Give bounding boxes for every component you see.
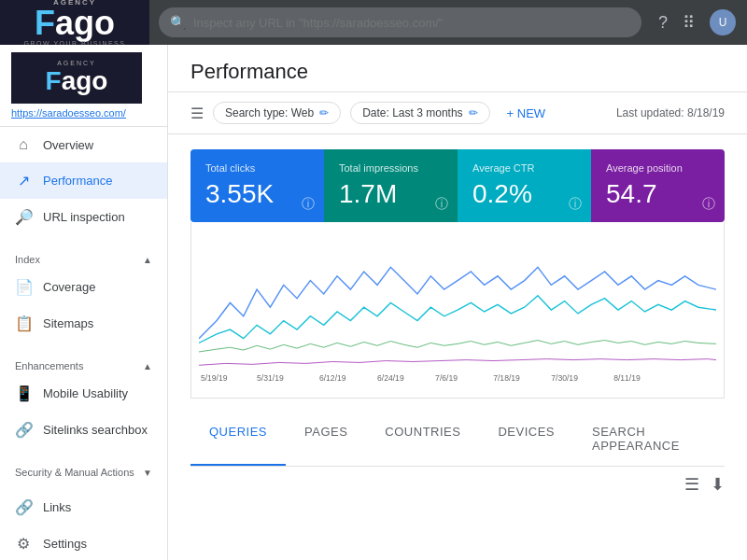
svg-text:6/12/19: 6/12/19 bbox=[319, 374, 346, 384]
svg-text:7/6/19: 7/6/19 bbox=[435, 374, 458, 384]
help-icon[interactable]: ? bbox=[658, 13, 668, 33]
sidebar-logo-area: AGENCY F ago https://saradoesseo.com/ bbox=[0, 45, 167, 127]
sitemaps-icon: 📋 bbox=[15, 315, 32, 332]
search-icon: 🔍 bbox=[170, 15, 186, 30]
date-label: Date: Last 3 months bbox=[362, 106, 462, 119]
tab-countries[interactable]: COUNTRIES bbox=[366, 413, 479, 466]
chevron-icon: ▲ bbox=[143, 255, 152, 265]
sidebar-item-sitemaps[interactable]: 📋 Sitemaps bbox=[0, 305, 167, 342]
svg-text:5/19/19: 5/19/19 bbox=[201, 374, 228, 384]
svg-text:6/24/19: 6/24/19 bbox=[377, 374, 404, 384]
topbar-icons: ? ⠿ U bbox=[658, 9, 736, 35]
sidebar-item-label: URL inspection bbox=[43, 210, 125, 224]
mobile-icon: 📱 bbox=[15, 385, 32, 402]
sidebar-item-label: Sitemaps bbox=[43, 316, 93, 330]
avatar[interactable]: U bbox=[710, 9, 736, 35]
search-type-label: Search type: Web bbox=[225, 106, 314, 119]
sidebar-item-coverage[interactable]: 📄 Coverage bbox=[0, 269, 167, 305]
sidebar-item-url-inspection[interactable]: 🔎 URL inspection bbox=[0, 199, 167, 235]
chevron-icon: ▼ bbox=[143, 468, 152, 478]
chevron-icon: ▲ bbox=[143, 361, 152, 371]
svg-text:7/18/19: 7/18/19 bbox=[493, 374, 520, 384]
metric-card-clicks[interactable]: Total clicks 3.55K ⓘ bbox=[190, 149, 324, 222]
sidebar-item-label: Overview bbox=[43, 138, 93, 152]
logo-rest: ago bbox=[55, 7, 115, 40]
apps-icon[interactable]: ⠿ bbox=[683, 12, 695, 33]
metric-card-impressions[interactable]: Total impressions 1.7M ⓘ bbox=[324, 149, 458, 222]
sidebar-item-overview[interactable]: ⌂ Overview bbox=[0, 127, 167, 162]
performance-chart: 5/19/19 5/31/19 6/12/19 6/24/19 7/6/19 7… bbox=[199, 237, 716, 386]
sidebar-item-label: Links bbox=[43, 500, 71, 514]
metric-card-ctr[interactable]: Average CTR 0.2% ⓘ bbox=[458, 149, 591, 222]
sidebar-item-sitelinks-searchbox[interactable]: 🔗 Sitelinks searchbox bbox=[0, 412, 167, 448]
sidebar-item-performance[interactable]: ↗ Performance bbox=[0, 162, 167, 199]
metric-label: Average position bbox=[606, 162, 710, 174]
metric-label: Total impressions bbox=[339, 162, 443, 174]
sidebar: AGENCY F ago https://saradoesseo.com/ ⌂ … bbox=[0, 45, 168, 560]
search-type-filter[interactable]: Search type: Web ✏ bbox=[213, 102, 341, 124]
new-button[interactable]: + NEW bbox=[500, 103, 554, 124]
logo-area: AGENCY F ago GROW YOUR BUSINESS bbox=[0, 0, 149, 45]
svg-text:5/31/19: 5/31/19 bbox=[257, 374, 284, 384]
searchbox-icon: 🔗 bbox=[15, 421, 32, 439]
info-icon[interactable]: ⓘ bbox=[702, 196, 715, 213]
metric-card-position[interactable]: Average position 54.7 ⓘ bbox=[591, 149, 725, 222]
info-icon[interactable]: ⓘ bbox=[569, 196, 582, 213]
tab-pages[interactable]: PAGES bbox=[286, 413, 366, 466]
logo-f: F bbox=[35, 7, 55, 40]
sidebar-item-label: Settings bbox=[43, 537, 87, 551]
download-icon[interactable]: ⬇ bbox=[711, 474, 725, 495]
performance-icon: ↗ bbox=[15, 172, 32, 189]
security-section-label: Security & Manual Actions ▼ bbox=[0, 455, 167, 482]
sidebar-item-label: Sitelinks searchbox bbox=[43, 423, 148, 437]
svg-text:8/11/19: 8/11/19 bbox=[613, 374, 641, 384]
sidebar-item-mobile-usability[interactable]: 📱 Mobile Usability bbox=[0, 375, 167, 412]
table-toolbar: ☰ ⬇ bbox=[168, 467, 747, 502]
coverage-icon: 📄 bbox=[15, 278, 32, 296]
links-icon: 🔗 bbox=[15, 498, 32, 516]
filter-toolbar-icon[interactable]: ☰ bbox=[684, 474, 699, 495]
sidebar-item-links[interactable]: 🔗 Links bbox=[0, 489, 167, 525]
content-area: Performance ☰ Search type: Web ✏ Date: L… bbox=[168, 45, 747, 560]
metric-label: Average CTR bbox=[472, 162, 576, 174]
search-input[interactable] bbox=[193, 16, 630, 30]
date-filter[interactable]: Date: Last 3 months ✏ bbox=[350, 102, 489, 124]
home-icon: ⌂ bbox=[15, 136, 32, 153]
filter-bar: ☰ Search type: Web ✏ Date: Last 3 months… bbox=[168, 92, 747, 134]
index-section-label: Index ▲ bbox=[0, 243, 167, 269]
inspection-icon: 🔎 bbox=[15, 208, 32, 226]
topbar: AGENCY F ago GROW YOUR BUSINESS 🔍 ? ⠿ U bbox=[0, 0, 747, 45]
metrics-row: Total clicks 3.55K ⓘ Total impressions 1… bbox=[190, 149, 725, 222]
filter-icon[interactable]: ☰ bbox=[190, 105, 204, 122]
settings-icon: ⚙ bbox=[15, 535, 32, 553]
last-updated: Last updated: 8/18/19 bbox=[616, 106, 725, 119]
search-bar[interactable]: 🔍 bbox=[159, 7, 641, 37]
info-icon[interactable]: ⓘ bbox=[302, 196, 315, 213]
metric-value: 1.7M bbox=[339, 179, 443, 209]
metric-value: 54.7 bbox=[606, 179, 710, 209]
site-url[interactable]: https://saradoesseo.com/ bbox=[11, 107, 156, 119]
metric-value: 3.55K bbox=[205, 179, 309, 209]
sidebar-item-label: Performance bbox=[43, 174, 112, 188]
edit-icon: ✏ bbox=[469, 106, 478, 119]
tabs-bar: QUERIES PAGES COUNTRIES DEVICES SEARCH A… bbox=[190, 413, 725, 467]
metric-label: Total clicks bbox=[205, 162, 309, 174]
page-title: Performance bbox=[190, 60, 725, 84]
metric-value: 0.2% bbox=[472, 179, 576, 209]
tab-queries[interactable]: QUERIES bbox=[190, 413, 286, 466]
main-layout: AGENCY F ago https://saradoesseo.com/ ⌂ … bbox=[0, 45, 747, 560]
chart-area: 5/19/19 5/31/19 6/12/19 6/24/19 7/6/19 7… bbox=[190, 222, 725, 399]
edit-icon: ✏ bbox=[319, 106, 329, 119]
tab-devices[interactable]: DEVICES bbox=[479, 413, 573, 466]
info-icon[interactable]: ⓘ bbox=[435, 196, 448, 213]
svg-text:7/30/19: 7/30/19 bbox=[551, 374, 578, 384]
sidebar-item-label: Mobile Usability bbox=[43, 386, 128, 400]
tab-search-appearance[interactable]: SEARCH APPEARANCE bbox=[573, 413, 725, 466]
sidebar-item-settings[interactable]: ⚙ Settings bbox=[0, 525, 167, 560]
enhancements-section-label: Enhancements ▲ bbox=[0, 349, 167, 375]
sidebar-item-label: Coverage bbox=[43, 280, 95, 294]
content-header: Performance bbox=[168, 45, 747, 92]
